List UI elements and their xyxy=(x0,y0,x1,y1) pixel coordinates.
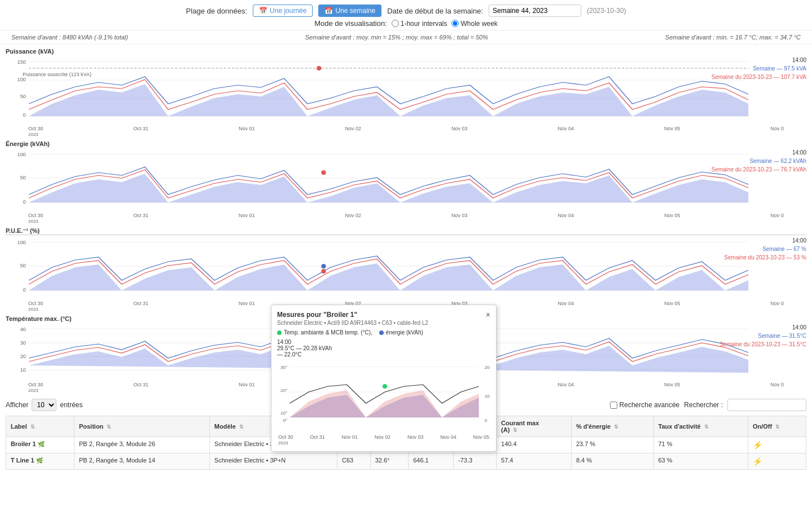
chart-energie: Énergie (kVAh) 100 50 0 14:00 Semaine — … xyxy=(6,140,806,224)
puissance-dot xyxy=(317,66,321,70)
energie-area xyxy=(29,174,748,202)
th-pct-energie[interactable]: % d'énergie ⇅ xyxy=(571,416,653,437)
mode-label: Mode de visualisation: xyxy=(314,19,387,28)
tooltip-area-red xyxy=(289,390,479,417)
radio-week-label[interactable]: Whole week xyxy=(451,20,497,28)
cell-col4-1: C63 xyxy=(337,453,371,470)
summary-right: Semaine d'avant : min. = 16.7 °C; max. =… xyxy=(665,34,801,41)
adv-search-checkbox[interactable] xyxy=(610,402,617,409)
cell-courant-1: 57.4 xyxy=(497,453,572,470)
date-input[interactable] xyxy=(489,5,581,17)
svg-text:30: 30 xyxy=(20,340,26,346)
svg-text:0: 0 xyxy=(485,418,488,423)
th-onoff[interactable]: On/Off ⇅ xyxy=(748,416,806,437)
svg-text:10: 10 xyxy=(485,394,490,399)
top-row2: Mode de visualisation: 1-hour intervals … xyxy=(314,19,498,28)
energie-dot xyxy=(321,170,326,175)
plage-label: Plage de données: xyxy=(186,7,247,15)
search-label: Rechercher : xyxy=(684,401,723,409)
subscribed-label: Puissance souscrite (123 kVA) xyxy=(23,72,91,77)
btn-day[interactable]: 📅 Une journée xyxy=(253,5,313,17)
th-taux[interactable]: Taux d'activité ⇅ xyxy=(653,416,748,437)
temp-ambiante-label: Temp. ambiante & MCB temp. (°C), xyxy=(284,329,372,336)
pue-dot-blue xyxy=(321,264,326,268)
radio-week[interactable] xyxy=(451,20,459,27)
svg-text:100: 100 xyxy=(17,77,26,82)
svg-text:150: 150 xyxy=(17,59,26,65)
tooltip-close-btn[interactable]: × xyxy=(486,311,490,319)
svg-text:100: 100 xyxy=(17,240,26,245)
chart-pue-svg: 100 50 0 xyxy=(6,236,806,298)
radio-1h-label[interactable]: 1-hour intervals xyxy=(392,20,447,28)
cell-pct-1: 8.4 % xyxy=(571,453,653,470)
legend-semaine-3: Semaine — 31.5°C xyxy=(719,332,806,340)
radio-1h[interactable] xyxy=(392,20,399,27)
svg-text:50: 50 xyxy=(20,263,26,268)
tooltip-time: 14:00 xyxy=(277,339,490,345)
th-label[interactable]: Label ⇅ xyxy=(6,416,74,437)
tooltip-title: Mesures pour "Broiler 1" xyxy=(277,311,428,319)
chart-puissance-svg: 150 100 50 0 xyxy=(6,56,806,124)
legend-semaine-0: Semaine — 97.5 kVA xyxy=(712,64,806,73)
tooltip-val1: 29.5°C — 20.28 kVAh xyxy=(277,345,490,351)
search-area: Recherche avancée Rechercher : xyxy=(610,399,806,411)
chart-energie-svg: 100 50 0 xyxy=(6,148,806,210)
cell-pct-0: 23.7 % xyxy=(571,437,653,453)
cell-col7-1: -73.3 xyxy=(454,453,497,470)
cell-label-0: Broiler 1 🌿 xyxy=(6,437,74,453)
svg-text:30°: 30° xyxy=(280,365,287,370)
svg-text:10: 10 xyxy=(20,367,26,373)
cell-position-0: PB 2, Rangée 3, Module 26 xyxy=(74,437,209,453)
tooltip-popup: Mesures pour "Broiler 1" Schneider Elect… xyxy=(271,305,497,452)
btn-week[interactable]: 📅 Une semaine xyxy=(318,5,381,17)
entries-select[interactable]: 10 25 50 xyxy=(32,399,56,411)
cell-position-1: PB 2, Rangée 3, Module 14 xyxy=(74,453,209,470)
tooltip-legend-temp: Temp. ambiante & MCB temp. (°C), xyxy=(277,329,372,336)
svg-text:0: 0 xyxy=(23,112,26,118)
svg-text:20: 20 xyxy=(20,354,26,359)
chart-pue: P.U.E.⁻¹ (%) 100 50 0 14:00 Semai xyxy=(6,227,806,312)
tooltip-header: Mesures pour "Broiler 1" Schneider Elect… xyxy=(277,311,490,326)
cell-taux-1: 63 % xyxy=(653,453,748,470)
svg-text:50: 50 xyxy=(20,175,26,180)
tooltip-chart-svg: 30° 20° 10° 0° 20 10 0 xyxy=(277,361,490,429)
sort-icon-courant: ⇅ xyxy=(513,428,517,433)
legend-semaine-2: Semaine — 67 % xyxy=(724,245,806,253)
tooltip-subtitle: Schneider Electric • Acti9 IID A9R14463 … xyxy=(277,320,428,326)
svg-text:0: 0 xyxy=(23,287,26,293)
legend-prev-0: Semaine du 2023-10-23 — 107.7 kVA xyxy=(712,73,806,81)
top-row1: Plage de données: 📅 Une journée 📅 Une se… xyxy=(186,5,626,17)
flash-icon-0: ⚡ xyxy=(753,440,762,450)
date-note: (2023-10-30) xyxy=(587,7,626,15)
summary-row: Semaine d'avant : 8480 kVAh (-9.1% total… xyxy=(0,30,812,45)
chart-energie-xaxis: Oct 302023 Oct 31 Nov 01 Nov 02 Nov 03 N… xyxy=(6,213,806,224)
svg-text:40: 40 xyxy=(20,327,26,332)
cell-col5-1: 32.6° xyxy=(370,453,409,470)
flash-icon-1: ⚡ xyxy=(753,457,762,466)
th-courant[interactable]: Courant max(A) ⇅ xyxy=(497,416,572,437)
table-row[interactable]: T Line 1 🌿 PB 2, Rangée 3, Module 14 Sch… xyxy=(6,453,806,470)
cell-onoff-0: ⚡ xyxy=(748,437,806,453)
svg-text:50: 50 xyxy=(20,94,26,99)
search-input[interactable] xyxy=(727,399,806,411)
chart-energie-legend: 14:00 Semaine — 62.2 kVAh Semaine du 202… xyxy=(712,148,806,174)
tooltip-xaxis: Oct 302023 Oct 31 Nov 01 Nov 02 Nov 03 N… xyxy=(277,434,490,446)
svg-text:100: 100 xyxy=(17,152,26,157)
tooltip-legend-row: Temp. ambiante & MCB temp. (°C), énergie… xyxy=(277,329,490,336)
pue-dot-red xyxy=(321,269,326,274)
th-position[interactable]: Position ⇅ xyxy=(74,416,209,437)
chart-temperature-legend: 14:00 Semaine — 31.5°C Semaine du 2023-1… xyxy=(719,323,806,349)
date-label: Date de début de la semaine: xyxy=(387,7,483,15)
chart-energie-title: Énergie (kVAh) xyxy=(6,140,806,147)
cell-col6-1: 646.1 xyxy=(409,453,454,470)
sort-icon-taux: ⇅ xyxy=(704,424,709,430)
cell-taux-0: 71 % xyxy=(653,437,748,453)
sort-icon-label: ⇅ xyxy=(30,424,35,430)
svg-text:20: 20 xyxy=(485,365,490,370)
chart-pue-legend: 14:00 Semaine — 67 % Semaine du 2023-10-… xyxy=(724,236,806,262)
chart-puissance-legend: 14:00 Semaine — 97.5 kVA Semaine du 2023… xyxy=(712,56,806,81)
tooltip-val2: — 22.0°C xyxy=(277,351,490,358)
legend-prev-1: Semaine du 2023-10-23 — 76.7 kVAh xyxy=(712,165,806,174)
chart-pue-title: P.U.E.⁻¹ (%) xyxy=(6,227,806,235)
entries-label: entrées xyxy=(60,401,82,409)
